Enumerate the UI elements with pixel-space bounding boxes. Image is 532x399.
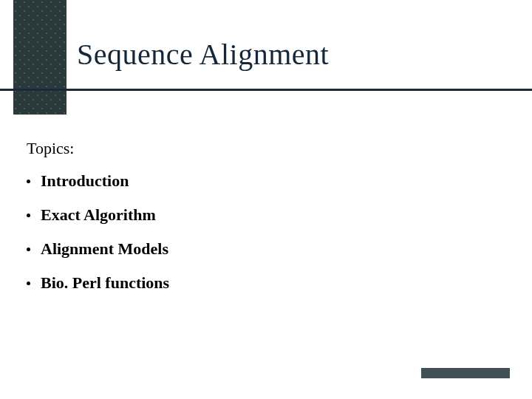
list-item: Alignment Models (27, 239, 169, 259)
list-item-label: Alignment Models (41, 239, 168, 259)
decorative-pattern-block (13, 0, 66, 115)
bullet-icon (27, 214, 30, 217)
list-item-label: Introduction (41, 171, 129, 191)
bullet-icon (27, 180, 30, 183)
horizontal-rule (0, 89, 532, 91)
topics-label: Topics: (27, 139, 74, 158)
list-item-label: Exact Algorithm (41, 205, 156, 225)
bullet-icon (27, 282, 30, 285)
list-item-label: Bio. Perl functions (41, 273, 169, 293)
bullet-icon (27, 248, 30, 251)
topics-list: Introduction Exact Algorithm Alignment M… (27, 171, 169, 307)
list-item: Bio. Perl functions (27, 273, 169, 293)
slide-title: Sequence Alignment (77, 37, 329, 72)
footer-accent-bar (421, 368, 510, 378)
list-item: Introduction (27, 171, 169, 191)
slide: Sequence Alignment Topics: Introduction … (0, 0, 532, 399)
list-item: Exact Algorithm (27, 205, 169, 225)
